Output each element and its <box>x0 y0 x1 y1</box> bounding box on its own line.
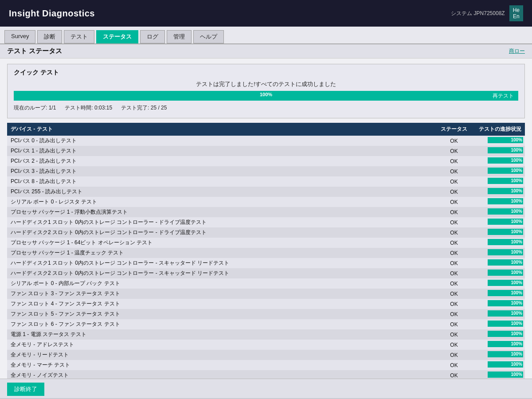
cell-status: OK <box>436 258 472 268</box>
table-row: シリアル ポート 0 - レジスタ テストOK100% <box>7 197 525 207</box>
cell-status: OK <box>436 289 472 299</box>
cell-progress: 100% <box>472 370 525 379</box>
cell-status: OK <box>436 309 472 319</box>
cell-device: ファン スロット 4 - ファン ステータス テスト <box>7 299 436 309</box>
cell-progress: 100% <box>472 350 525 360</box>
cell-progress: 100% <box>472 299 525 309</box>
cell-status: OK <box>436 217 472 227</box>
cell-device: 全メモリ - ノイズテスト <box>7 370 436 379</box>
cell-device: ハードディスク1 スロット 0内のストレージ コントローラー - ドライブ温度テ… <box>7 217 436 227</box>
he-en-line2: En <box>513 13 520 20</box>
cell-device: 全メモリ - アドレステスト <box>7 340 436 350</box>
cell-status: OK <box>436 136 472 146</box>
table-row: プロセッサ パッケージ 1 - 64ビット オペレーション テストOK100% <box>7 238 525 248</box>
cell-progress: 100% <box>472 136 525 146</box>
table-row: プロセッサ パッケージ 1 - 浮動小数点演算テストOK100% <box>7 207 525 217</box>
cell-device: ハードディスク1 スロット 0内のストレージ コントローラー - スキャッタード… <box>7 258 436 268</box>
table-row: 電源 1 - 電源 ステータス テストOK100% <box>7 329 525 340</box>
cell-device: プロセッサ パッケージ 1 - 浮動小数点演算テスト <box>7 207 436 217</box>
cell-status: OK <box>436 329 472 340</box>
main-content: クイック テスト テストは完了しました!すべてのテストに成功しました 100% … <box>0 59 532 379</box>
nav-tab-3[interactable]: ステータス <box>96 30 138 43</box>
table-row: PCIバス 1 - 読み出しテストOK100% <box>7 146 525 156</box>
table-body: PCIバス 0 - 読み出しテストOK100%PCIバス 1 - 読み出しテスト… <box>7 136 525 379</box>
table-row: ファン スロット 6 - ファン ステータス テストOK100% <box>7 319 525 329</box>
cell-progress: 100% <box>472 146 525 156</box>
table-row: ハードディスク2 スロット 0内のストレージ コントローラー - スキャッタード… <box>7 268 525 278</box>
cell-device: 電源 1 - 電源 ステータス テスト <box>7 329 436 340</box>
progress-bar-container: 100% 再テスト <box>14 91 518 101</box>
table-header-row: デバイス - テスト ステータス テストの進捗状況 <box>7 123 525 136</box>
nav-tab-4[interactable]: ログ <box>140 30 165 43</box>
nav-tab-0[interactable]: Survey <box>4 30 35 43</box>
cell-device: 全メモリ - マーチ テスト <box>7 360 436 370</box>
cell-device: PCIバス 3 - 読み出しテスト <box>7 166 436 176</box>
nav-tab-5[interactable]: 管理 <box>167 30 192 43</box>
diagnose-end-button[interactable]: 診断終了 <box>7 383 44 396</box>
table-row: シリアル ポート 0 - 内部ループ バック テストOK100% <box>7 278 525 289</box>
cell-device: プロセッサ パッケージ 1 - 64ビット オペレーション テスト <box>7 238 436 248</box>
cell-progress: 100% <box>472 197 525 207</box>
table-row: ハードディスク1 スロット 0内のストレージ コントローラー - スキャッタード… <box>7 258 525 268</box>
logout-link[interactable]: 商ロー <box>509 47 525 55</box>
system-info: システム JPN725008Z <box>451 10 505 17</box>
he-en-button[interactable]: He En <box>509 5 523 22</box>
progress-label: 100% <box>260 92 272 97</box>
table-row: ファン スロット 3 - ファン ステータス テストOK100% <box>7 289 525 299</box>
cell-progress: 100% <box>472 176 525 187</box>
cell-status: OK <box>436 187 472 197</box>
table-row: ファン スロット 4 - ファン ステータス テストOK100% <box>7 299 525 309</box>
table-row: 全メモリ - マーチ テストOK100% <box>7 360 525 370</box>
cell-progress: 100% <box>472 289 525 299</box>
page-title-bar: テスト ステータス 商ロー <box>0 44 532 59</box>
cell-status: OK <box>436 360 472 370</box>
table-row: 全メモリ - リードテストOK100% <box>7 350 525 360</box>
table-row: PCIバス 2 - 読み出しテストOK100% <box>7 156 525 166</box>
app-header: Insight Diagnostics システム JPN725008Z He E… <box>0 0 532 27</box>
nav-tab-2[interactable]: テスト <box>64 30 94 43</box>
he-en-line1: He <box>513 7 520 13</box>
cell-device: 全メモリ - リードテスト <box>7 350 436 360</box>
time-stat: テスト時間: 0:03:15 <box>65 104 112 112</box>
cell-device: シリアル ポート 0 - レジスタ テスト <box>7 197 436 207</box>
cell-device: PCIバス 255 - 読み出しテスト <box>7 187 436 197</box>
cell-status: OK <box>436 156 472 166</box>
cell-progress: 100% <box>472 248 525 258</box>
cell-progress: 100% <box>472 319 525 329</box>
table-row: ハードディスク2 スロット 0内のストレージ コントローラー - ドライブ温度テ… <box>7 227 525 238</box>
nav-tab-6[interactable]: ヘルプ <box>193 30 224 43</box>
cell-progress: 100% <box>472 227 525 238</box>
test-stats: 現在のループ: 1/1 テスト時間: 0:03:15 テスト完了: 25 / 2… <box>14 104 518 112</box>
cell-status: OK <box>436 207 472 217</box>
cell-progress: 100% <box>472 207 525 217</box>
cell-status: OK <box>436 248 472 258</box>
cell-device: PCIバス 0 - 読み出しテスト <box>7 136 436 146</box>
cell-progress: 100% <box>472 156 525 166</box>
col-status: ステータス <box>436 123 472 136</box>
cell-progress: 100% <box>472 166 525 176</box>
cell-device: ファン スロット 5 - ファン ステータス テスト <box>7 309 436 319</box>
cell-progress: 100% <box>472 309 525 319</box>
cell-progress: 100% <box>472 278 525 289</box>
cell-device: ハードディスク2 スロット 0内のストレージ コントローラー - スキャッタード… <box>7 268 436 278</box>
cell-device: ハードディスク2 スロット 0内のストレージ コントローラー - ドライブ温度テ… <box>7 227 436 238</box>
cell-device: ファン スロット 3 - ファン ステータス テスト <box>7 289 436 299</box>
cell-device: プロセッサ パッケージ 1 - 温度チェック テスト <box>7 248 436 258</box>
header-right: システム JPN725008Z He En <box>451 5 523 22</box>
cell-progress: 100% <box>472 238 525 248</box>
table-row: プロセッサ パッケージ 1 - 温度チェック テストOK100% <box>7 248 525 258</box>
cell-status: OK <box>436 319 472 329</box>
table-row: PCIバス 3 - 読み出しテストOK100% <box>7 166 525 176</box>
retest-button[interactable]: 再テスト <box>488 91 518 101</box>
cell-status: OK <box>436 227 472 238</box>
table-row: 全メモリ - ノイズテストOK100% <box>7 370 525 379</box>
cell-status: OK <box>436 350 472 360</box>
col-device: デバイス - テスト <box>7 123 436 136</box>
loop-stat: 現在のループ: 1/1 <box>14 104 56 112</box>
cell-device: PCIバス 1 - 読み出しテスト <box>7 146 436 156</box>
table-row: 全メモリ - アドレステストOK100% <box>7 340 525 350</box>
cell-progress: 100% <box>472 187 525 197</box>
nav-tab-1[interactable]: 診断 <box>37 30 62 43</box>
app-title: Insight Diagnostics <box>9 8 95 19</box>
nav-bar: Survey診断テストステータスログ管理ヘルプ <box>0 27 532 44</box>
